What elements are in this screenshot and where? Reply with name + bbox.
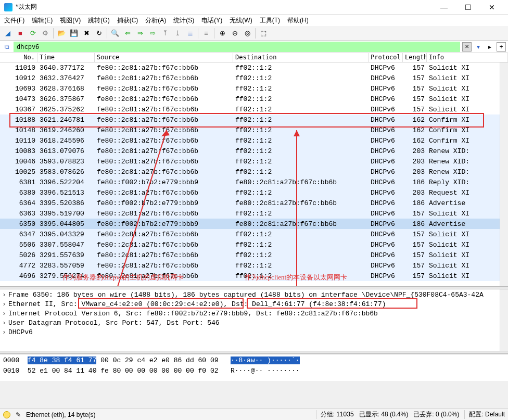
- col-protocol[interactable]: Protocol: [369, 53, 403, 62]
- go-to-packet-icon[interactable]: ⇨: [147, 28, 158, 39]
- packet-row[interactable]: 100833613.079076fe80::2c81:a27b:f67c:bb6…: [0, 146, 508, 156]
- packet-bytes-pane[interactable]: 0000 f4 8e 38 f4 61 77 00 0c 29 c4 e2 e0…: [0, 354, 508, 381]
- packet-list-pane[interactable]: 110103640.377172fe80::2c81:a27b:f67c:bb6…: [0, 62, 508, 286]
- go-back-icon[interactable]: ⇐: [122, 28, 133, 39]
- status-bar: ✎ Ethernet (eth), 14 byte(s) 分组: 11035 已…: [0, 409, 508, 420]
- status-packets: 分组: 11035: [316, 410, 354, 419]
- packet-row[interactable]: 55063307.558047fe80::2c81:a27b:f67c:bb6b…: [0, 239, 508, 250]
- packet-row[interactable]: 63473395.043329fe80::2c81:a27b:f67c:bb6b…: [0, 229, 508, 239]
- open-file-icon[interactable]: 📂: [56, 28, 67, 39]
- auto-scroll-icon[interactable]: ≣: [184, 28, 196, 39]
- hex-row-0[interactable]: 0000 f4 8e 38 f4 61 77 00 0c 29 c4 e2 e0…: [3, 355, 505, 366]
- detail-dhcpv6: ›DHCPv6: [2, 328, 506, 337]
- filter-apply-icon[interactable]: ▾: [474, 42, 483, 52]
- packet-row[interactable]: 106933628.376168fe80::2c81:a27b:f67c:bb6…: [0, 83, 508, 94]
- col-length[interactable]: Length: [403, 53, 427, 62]
- packet-row[interactable]: 109123632.376427fe80::2c81:a27b:f67c:bb6…: [0, 73, 508, 83]
- col-source[interactable]: Source: [95, 53, 233, 62]
- col-no[interactable]: No.: [0, 53, 37, 62]
- col-info[interactable]: Info: [427, 53, 508, 62]
- go-last-icon[interactable]: ⤓: [172, 28, 183, 39]
- main-toolbar: ◢ ■ ⟳ ⚙ 📂 💾 ✖ ↻ 🔍 ⇐ ⇒ ⇨ ⤒ ⤓ ≣ ≡ ⊕ ⊖ ◎ ⬚: [0, 26, 508, 41]
- zoom-reset-icon[interactable]: ◎: [242, 28, 253, 39]
- menu-file[interactable]: 文件(F): [4, 16, 24, 25]
- window-title: *以太网: [16, 3, 432, 11]
- packet-row[interactable]: 100253583.078626fe80::2c81:a27b:f67c:bb6…: [0, 167, 508, 177]
- col-destination[interactable]: Destination: [233, 53, 369, 62]
- display-filter-input[interactable]: [14, 42, 460, 52]
- col-time[interactable]: Time: [37, 53, 95, 62]
- packet-row[interactable]: 46963279.556274fe80::2c81:a27b:f67c:bb6b…: [0, 271, 508, 281]
- filter-add-button[interactable]: +: [497, 42, 506, 52]
- maximize-button[interactable]: ☐: [456, 0, 480, 15]
- menu-edit[interactable]: 编辑(E): [32, 16, 53, 25]
- details-scrollbar[interactable]: [500, 289, 508, 351]
- menu-tools[interactable]: 工具(T): [260, 16, 280, 25]
- packet-row[interactable]: 50263291.557639fe80::2c81:a27b:f67c:bb6b…: [0, 250, 508, 260]
- packet-row[interactable]: 103673625.375262fe80::2c81:a27b:f67c:bb6…: [0, 104, 508, 114]
- menu-wireless[interactable]: 无线(W): [230, 16, 252, 25]
- status-dropped: 已丢弃: 0 (0.0%): [413, 410, 459, 419]
- packet-row[interactable]: 100463593.078823fe80::2c81:a27b:f67c:bb6…: [0, 156, 508, 167]
- hex-row-1[interactable]: 0010 52 e1 00 84 11 40 fe 80 00 00 00 00…: [3, 366, 505, 376]
- zoom-in-icon[interactable]: ⊕: [217, 28, 228, 39]
- menu-help[interactable]: 帮助(H): [287, 16, 309, 25]
- packet-details-pane[interactable]: ›Frame 6350: 186 bytes on wire (1488 bit…: [0, 289, 508, 351]
- packet-row[interactable]: 47723283.557059fe80::2c81:a27b:f67c:bb6b…: [0, 260, 508, 271]
- packet-row[interactable]: 101103618.245596fe80::2c81:a27b:f67c:bb6…: [0, 135, 508, 146]
- packet-row[interactable]: 101883621.246781fe80::2c81:a27b:f67c:bb6…: [0, 114, 508, 125]
- menu-stats[interactable]: 统计(S): [173, 16, 194, 25]
- display-filter-bar: ⧉ ✕ ▾ ▸ +: [0, 41, 508, 53]
- reload-file-icon[interactable]: ↻: [93, 28, 105, 39]
- title-bar: *以太网 — ☐ ✕: [0, 0, 508, 15]
- detail-ethernet: ›Ethernet II, Src: VMware_c4:e2:e0 (00:0…: [2, 300, 506, 309]
- find-packet-icon[interactable]: 🔍: [109, 28, 121, 39]
- menu-telephony[interactable]: 电话(Y): [201, 16, 222, 25]
- go-forward-icon[interactable]: ⇒: [134, 28, 146, 39]
- packet-row[interactable]: 63633395.519700fe80::2c81:a27b:f67c:bb6b…: [0, 208, 508, 219]
- packet-row[interactable]: 101483619.246260fe80::2c81:a27b:f67c:bb6…: [0, 125, 508, 135]
- go-first-icon[interactable]: ⤒: [159, 28, 171, 39]
- menu-go[interactable]: 跳转(G): [88, 16, 109, 25]
- packet-row[interactable]: 63813396.522204fe80::f002:b7b2:e779:bbb9…: [0, 177, 508, 187]
- packet-row[interactable]: 63503395.044805fe80::f002:b7b2:e779:bbb9…: [0, 219, 508, 229]
- menu-bar: 文件(F) 编辑(E) 视图(V) 跳转(G) 捕获(C) 分析(A) 统计(S…: [0, 15, 508, 26]
- expert-info-icon[interactable]: [3, 411, 10, 418]
- detail-ipv6: ›Internet Protocol Version 6, Src: fe80:…: [2, 309, 506, 319]
- status-profile[interactable]: 配置: Default: [464, 410, 505, 419]
- zoom-out-icon[interactable]: ⊖: [229, 28, 240, 39]
- resize-columns-icon[interactable]: ⬚: [258, 28, 269, 39]
- packet-list-header: No. Time Source Destination Protocol Len…: [0, 53, 508, 62]
- filter-clear-button[interactable]: ✕: [462, 42, 472, 52]
- close-file-icon[interactable]: ✖: [81, 28, 92, 39]
- minimize-button[interactable]: —: [432, 0, 456, 15]
- filter-expression-icon[interactable]: ▸: [485, 42, 494, 52]
- packet-row[interactable]: 104733626.375867fe80::2c81:a27b:f67c:bb6…: [0, 94, 508, 104]
- status-field: Ethernet (eth), 14 byte(s): [26, 411, 311, 418]
- packet-row[interactable]: 63643395.520386fe80::f002:b7b2:e779:bbb9…: [0, 198, 508, 208]
- colorize-icon[interactable]: ≡: [200, 28, 212, 39]
- detail-frame: ›Frame 6350: 186 bytes on wire (1488 bit…: [2, 290, 506, 300]
- status-edit-icon[interactable]: ✎: [16, 411, 21, 418]
- capture-options-icon[interactable]: ⚙: [40, 28, 51, 39]
- status-displayed: 已显示: 48 (0.4%): [359, 410, 409, 419]
- menu-capture[interactable]: 捕获(C): [117, 16, 138, 25]
- app-logo-icon: [4, 3, 12, 11]
- packet-list-scrollbar[interactable]: [500, 62, 508, 286]
- stop-capture-icon[interactable]: ■: [15, 28, 26, 39]
- menu-analyze[interactable]: 分析(A): [145, 16, 166, 25]
- restart-capture-icon[interactable]: ⟳: [27, 28, 39, 39]
- save-file-icon[interactable]: 💾: [68, 28, 80, 39]
- packet-row[interactable]: 110103640.377172fe80::2c81:a27b:f67c:bb6…: [0, 62, 508, 73]
- packet-row[interactable]: 63803396.521513fe80::2c81:a27b:f67c:bb6b…: [0, 187, 508, 198]
- filter-bookmark-icon[interactable]: ⧉: [2, 42, 11, 52]
- start-capture-icon[interactable]: ◢: [2, 28, 14, 39]
- close-button[interactable]: ✕: [480, 0, 504, 15]
- menu-view[interactable]: 视图(V): [60, 16, 81, 25]
- detail-udp: ›User Datagram Protocol, Src Port: 547, …: [2, 319, 506, 328]
